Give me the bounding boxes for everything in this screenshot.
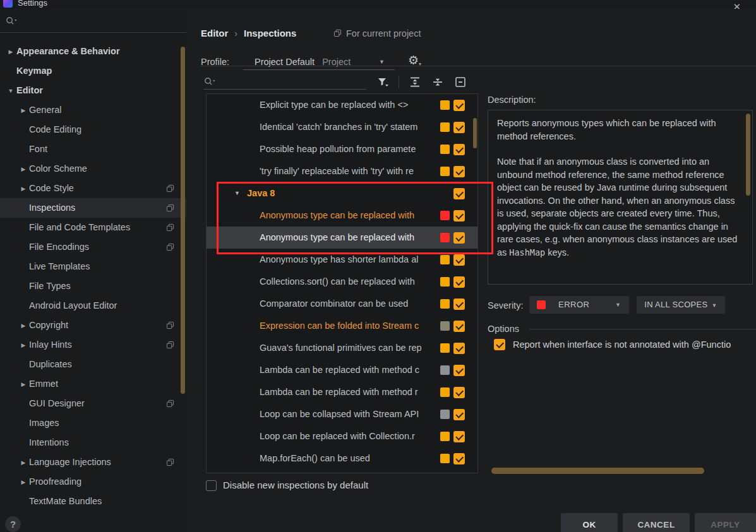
chevron-right-icon[interactable]: ▶ [18,316,29,336]
sidebar-item-duplicates[interactable]: Duplicates [0,355,186,374]
description-paragraph-1: Reports anonymous types which can be rep… [497,117,741,143]
inspection-row-anonymous-type-can-be-replaced-with[interactable]: Anonymous type can be replaced with [207,204,477,227]
inspection-row-lambda-can-be-replaced-with-method-r[interactable]: Lambda can be replaced with method r [207,381,477,403]
description-scrollbar[interactable] [746,114,750,196]
sidebar-item-editor[interactable]: ▼Editor [0,81,186,100]
inspection-checkbox[interactable] [453,210,465,222]
chevron-right-icon[interactable]: ▶ [18,453,29,473]
gear-icon[interactable]: ⚙▾ [408,53,421,67]
inspection-checkbox[interactable] [453,321,465,332]
cancel-button[interactable]: CANCEL [623,513,690,532]
apply-button[interactable]: APPLY [695,513,756,532]
inspection-checkbox[interactable] [453,100,465,111]
sidebar-item-android-layout-editor[interactable]: Android Layout Editor [0,296,186,316]
inspection-row-expression-can-be-folded-into-stream-c[interactable]: Expression can be folded into Stream c [207,315,477,337]
sidebar-item-label: Inspections [29,203,75,213]
severity-error-swatch [440,211,450,220]
sidebar-item-language-injections[interactable]: ▶Language Injections [0,452,186,472]
sidebar-scrollbar[interactable] [181,47,185,394]
inspection-checkbox[interactable] [453,409,465,420]
inspection-checkbox[interactable] [453,232,465,244]
inspection-row-anonymous-type-has-shorter-lambda-al[interactable]: Anonymous type has shorter lambda al [207,249,477,271]
severity-dropdown[interactable]: ERROR ▼ [529,296,629,314]
inspection-checkbox[interactable] [453,431,465,442]
sidebar-item-intentions[interactable]: Intentions [0,433,186,452]
help-icon[interactable]: ? [5,516,21,532]
sidebar-item-textmate-bundles[interactable]: TextMate Bundles [0,492,186,511]
sidebar-item-general[interactable]: ▶General [0,100,186,120]
severity-value: ERROR [558,300,589,309]
sidebar-item-copyright[interactable]: ▶Copyright [0,316,186,335]
inspection-row-comparator-combinator-can-be-used[interactable]: Comparator combinator can be used [207,293,477,315]
sidebar-item-code-editing[interactable]: Code Editing [0,120,186,139]
sidebar-item-file-encodings[interactable]: File Encodings [0,237,186,257]
inspection-checkbox[interactable] [453,387,465,398]
inspection-checkbox[interactable] [453,166,465,177]
chevron-right-icon[interactable]: ▶ [18,101,29,121]
chevron-right-icon[interactable]: ▶ [18,160,29,179]
chevron-down-icon[interactable]: ▼ [5,81,16,101]
inspection-checkbox[interactable] [453,188,465,199]
chevron-right-icon[interactable]: ▶ [5,42,16,62]
breadcrumb: Editor›Inspections [201,28,296,38]
inspection-row-try-finally-replaceable-with-try-with-re[interactable]: 'try finally' replaceable with 'try' wit… [207,160,477,182]
sidebar-item-appearance-behavior[interactable]: ▶Appearance & Behavior [0,42,186,61]
sidebar-search-input[interactable] [0,9,186,33]
option-row[interactable]: Report when interface is not annotated w… [494,339,756,353]
sidebar-item-font[interactable]: Font [0,139,186,159]
sidebar-item-live-templates[interactable]: Live Templates [0,257,186,276]
sidebar-item-file-and-code-templates[interactable]: File and Code Templates [0,218,186,237]
inspection-row-anonymous-type-can-be-replaced-with[interactable]: Anonymous type can be replaced with [207,227,477,249]
chevron-right-icon[interactable]: ▶ [18,473,29,492]
inspection-row-lambda-can-be-replaced-with-method-c[interactable]: Lambda can be replaced with method c [207,359,477,381]
sidebar-item-keymap[interactable]: Keymap [0,61,186,81]
horizontal-scrollbar[interactable] [491,468,704,474]
chevron-right-icon[interactable]: ▶ [18,375,29,394]
chevron-right-icon[interactable]: ▶ [18,336,29,355]
sidebar-item-file-types[interactable]: File Types [0,276,186,296]
chevron-down-icon: ▼ [712,302,717,309]
reset-filter-icon[interactable] [453,75,467,89]
disable-new-inspections-checkbox[interactable] [206,480,217,491]
sidebar-item-color-scheme[interactable]: ▶Color Scheme [0,159,186,179]
inspection-row-map-foreach-can-be-used[interactable]: Map.forEach() can be used [207,447,477,470]
inspections-scrollbar[interactable] [473,118,477,148]
inspection-checkbox[interactable] [453,144,465,155]
inspection-checkbox[interactable] [453,254,465,266]
inspection-group-java-8[interactable]: ▼Java 8 [207,182,477,204]
inspection-row-identical-catch-branches-in-try-statem[interactable]: Identical 'catch' branches in 'try' stat… [207,116,477,138]
close-icon[interactable]: ✕ [733,1,741,9]
ok-button[interactable]: OK [561,513,618,532]
option-checkbox[interactable] [494,339,505,350]
sidebar-item-gui-designer[interactable]: GUI Designer [0,394,186,413]
collapse-all-icon[interactable] [431,75,445,89]
inspection-row-explicit-type-can-be-replaced-with[interactable]: Explicit type can be replaced with <> [207,94,477,116]
inspection-row-guava-s-functional-primitives-can-be-rep[interactable]: Guava's functional primitives can be rep [207,337,477,359]
breadcrumb-inspections[interactable]: Inspections [244,28,296,38]
inspection-checkbox[interactable] [453,343,465,354]
inspections-search-input[interactable] [203,76,216,86]
breadcrumb-editor[interactable]: Editor [201,28,228,38]
sidebar-item-inspections[interactable]: Inspections [0,198,186,218]
chevron-right-icon[interactable]: ▶ [18,179,29,199]
inspection-checkbox[interactable] [453,299,465,310]
expand-all-icon[interactable] [408,75,422,89]
filter-icon[interactable] [376,75,390,89]
inspection-row-loop-can-be-collapsed-with-stream-api[interactable]: Loop can be collapsed with Stream API [207,403,477,425]
profile-dropdown[interactable]: Project Default Project ▼ [243,55,395,70]
scope-dropdown[interactable]: IN ALL SCOPES▼ [637,296,725,314]
sidebar-item-code-style[interactable]: ▶Code Style [0,179,186,198]
inspection-row-possible-heap-pollution-from-paramete[interactable]: Possible heap pollution from paramete [207,138,477,160]
inspection-checkbox[interactable] [453,122,465,133]
sidebar-item-proofreading[interactable]: ▶Proofreading [0,472,186,492]
sidebar-item-inlay-hints[interactable]: ▶Inlay Hints [0,335,186,355]
sidebar-item-label: Code Style [29,183,74,193]
inspection-row-collections-sort-can-be-replaced-with[interactable]: Collections.sort() can be replaced with [207,271,477,293]
sidebar-item-emmet[interactable]: ▶Emmet [0,374,186,394]
inspection-row-loop-can-be-replaced-with-collection-r[interactable]: Loop can be replaced with Collection.r [207,425,477,447]
inspection-checkbox[interactable] [453,365,465,376]
chevron-down-icon[interactable]: ▼ [234,182,240,204]
sidebar-item-images[interactable]: Images [0,413,186,433]
inspection-checkbox[interactable] [453,276,465,288]
inspection-checkbox[interactable] [453,453,465,464]
